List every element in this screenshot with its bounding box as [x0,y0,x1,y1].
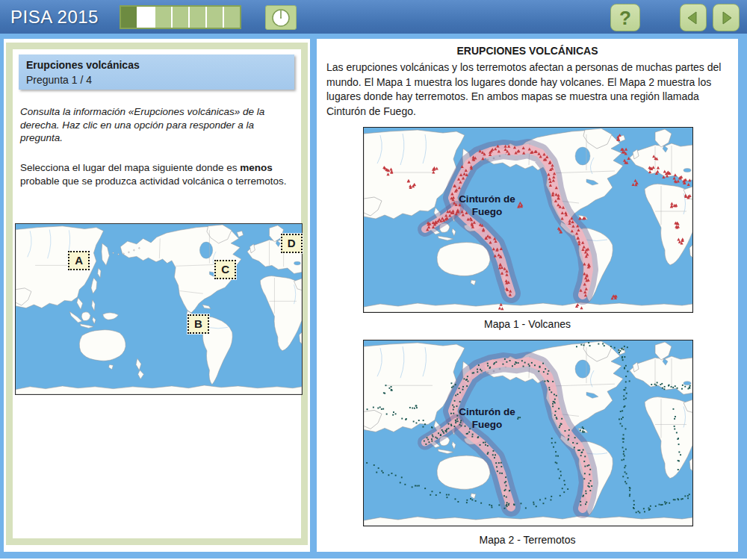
progress-indicator [120,5,241,29]
help-button[interactable]: ? [610,4,640,31]
question-number: Pregunta 1 / 4 [26,74,287,86]
progress-cell-6 [207,7,223,28]
map2-caption: Mapa 2 - Terremotos [317,534,738,546]
timer-button[interactable] [265,5,297,30]
map2-svg: Cinturón de Fuego [364,340,692,526]
stimulus-body: Las erupciones volcánicas y los terremot… [326,60,735,119]
prompt-bold: menos [240,162,273,173]
map1-caption: Mapa 1 - Volcanes [317,318,738,330]
map1-svg: Cinturón de Fuego [364,128,692,312]
progress-cell-4 [173,7,188,28]
option-C[interactable]: C [214,260,236,279]
option-B[interactable]: B [187,314,209,334]
question-panel-inner: Erupciones volcánicas Pregunta 1 / 4 Con… [13,49,301,538]
prompt-text: Selecciona el lugar del mapa siguiente d… [20,162,240,173]
band-label-line2: Fuego [472,206,503,217]
frame-bottom [0,552,747,559]
progress-cell-5 [190,7,205,28]
forward-arrow-icon [717,9,735,27]
frame-right [738,39,747,552]
panel-divider [310,39,317,552]
question-map: ABCD [15,223,303,395]
band-label-line1: Cinturón de [459,193,515,205]
forward-button[interactable] [713,4,740,31]
question-header-box: Erupciones volcánicas Pregunta 1 / 4 [19,55,294,90]
frame-top [0,34,747,39]
stimulus-panel: ERUPCIONES VOLCÁNICAS Las erupciones vol… [317,39,738,552]
unit-title: Erupciones volcánicas [26,59,287,71]
band-label-line2: Fuego [472,419,502,430]
progress-cell-3 [155,7,171,28]
prompt-text-2: probable que se produzca actividad volcá… [20,175,286,187]
band-label-line1: Cinturón de [459,406,515,417]
question-mark-icon: ? [619,7,631,29]
clock-icon [270,7,292,29]
question-map-svg [16,224,302,394]
stimulus-title: ERUPCIONES VOLCÁNICAS [317,45,738,57]
progress-cell-7 [224,7,240,28]
question-panel: Erupciones volcánicas Pregunta 1 / 4 Con… [6,43,308,545]
back-button[interactable] [680,4,707,31]
app-logo: PISA 2015 [10,7,99,28]
back-arrow-icon [684,9,702,27]
map1-volcanoes: Cinturón de Fuego [363,127,693,313]
question-prompt: Selecciona el lugar del mapa siguiente d… [20,161,298,188]
progress-cell-2 [138,7,154,28]
frame-left [0,39,4,552]
top-bar: PISA 2015 ? [0,0,747,34]
progress-cell-1 [121,7,137,28]
map2-earthquakes: Cinturón de Fuego [363,340,693,526]
option-A[interactable]: A [68,251,90,270]
option-D[interactable]: D [281,234,303,253]
question-instructions: Consulta la información «Erupciones volc… [20,105,294,145]
